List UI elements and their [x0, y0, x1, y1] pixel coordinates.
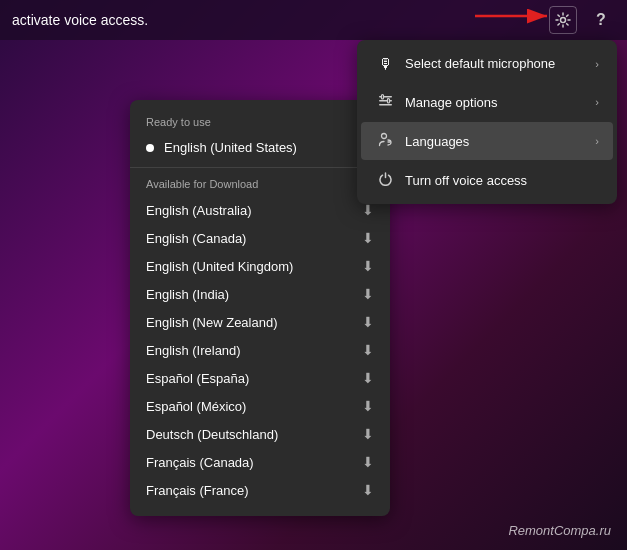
list-item[interactable]: English (Canada) ⬇ — [130, 224, 390, 252]
top-bar-title: activate voice access. — [12, 12, 549, 28]
power-svg-icon — [378, 171, 393, 186]
microphone-icon: 🎙 — [375, 55, 395, 72]
languages-icon — [375, 132, 395, 150]
chevron-right-icon: › — [595, 96, 599, 108]
manage-icon — [375, 93, 395, 111]
person-speak-icon — [378, 132, 393, 147]
settings-button[interactable] — [549, 6, 577, 34]
menu-item-label: Languages — [405, 134, 585, 149]
menu-item-manage[interactable]: Manage options › — [361, 83, 613, 121]
sliders-icon — [378, 93, 393, 108]
languages-panel: Ready to use English (United States) Ava… — [130, 100, 390, 516]
menu-item-turn-off[interactable]: Turn off voice access — [361, 161, 613, 199]
lang-name: English (New Zealand) — [146, 315, 362, 330]
list-item[interactable]: Français (Canada) ⬇ — [130, 448, 390, 476]
download-label: Available for Download — [130, 174, 390, 196]
svg-point-2 — [561, 18, 566, 23]
ready-label: Ready to use — [130, 112, 390, 134]
lang-name: English (Australia) — [146, 203, 362, 218]
lang-name: English (Canada) — [146, 231, 362, 246]
download-icon: ⬇ — [362, 370, 374, 386]
lang-name: English (United Kingdom) — [146, 259, 362, 274]
gear-icon — [555, 12, 571, 28]
lang-item-ready-us[interactable]: English (United States) — [130, 134, 390, 161]
list-item[interactable]: Deutsch (Deutschland) ⬇ — [130, 420, 390, 448]
watermark: RemontCompa.ru — [508, 523, 611, 538]
help-button[interactable]: ? — [587, 6, 615, 34]
bullet-indicator — [146, 144, 154, 152]
list-item[interactable]: Español (España) ⬇ — [130, 364, 390, 392]
download-icon: ⬇ — [362, 454, 374, 470]
svg-rect-7 — [387, 99, 389, 104]
download-icon: ⬇ — [362, 426, 374, 442]
content-area: Ready to use English (United States) Ava… — [0, 40, 627, 550]
lang-name: English (Ireland) — [146, 343, 362, 358]
download-icon: ⬇ — [362, 202, 374, 218]
list-item[interactable]: English (United Kingdom) ⬇ — [130, 252, 390, 280]
menu-item-microphone[interactable]: 🎙 Select default microphone › — [361, 45, 613, 82]
help-icon: ? — [596, 11, 606, 29]
list-item[interactable]: English (Australia) ⬇ — [130, 196, 390, 224]
download-icon: ⬇ — [362, 230, 374, 246]
menu-item-label: Manage options — [405, 95, 585, 110]
download-icon: ⬇ — [362, 342, 374, 358]
power-icon — [375, 171, 395, 189]
lang-name: Español (España) — [146, 371, 362, 386]
menu-item-label: Select default microphone — [405, 56, 585, 71]
list-item[interactable]: Español (México) ⬇ — [130, 392, 390, 420]
lang-name: English (India) — [146, 287, 362, 302]
download-icon: ⬇ — [362, 398, 374, 414]
menu-item-languages[interactable]: Languages › — [361, 122, 613, 160]
menu-item-label: Turn off voice access — [405, 173, 599, 188]
lang-name: Español (México) — [146, 399, 362, 414]
chevron-right-icon: › — [595, 58, 599, 70]
svg-rect-6 — [381, 95, 383, 100]
download-icon: ⬇ — [362, 286, 374, 302]
download-icon: ⬇ — [362, 314, 374, 330]
top-bar-icons: ? — [549, 6, 615, 34]
list-item[interactable]: English (India) ⬇ — [130, 280, 390, 308]
chevron-right-icon: › — [595, 135, 599, 147]
lang-name: Deutsch (Deutschland) — [146, 427, 362, 442]
svg-rect-5 — [379, 104, 392, 106]
top-bar: activate voice access. ? — [0, 0, 627, 40]
download-icon: ⬇ — [362, 482, 374, 498]
lang-name: English (United States) — [164, 140, 374, 155]
svg-point-8 — [381, 134, 386, 139]
list-item[interactable]: English (Ireland) ⬇ — [130, 336, 390, 364]
main-menu: 🎙 Select default microphone › Manage opt… — [357, 40, 617, 204]
download-icon: ⬇ — [362, 258, 374, 274]
lang-name: Français (Canada) — [146, 455, 362, 470]
list-item[interactable]: Français (France) ⬇ — [130, 476, 390, 504]
lang-name: Français (France) — [146, 483, 362, 498]
divider — [130, 167, 390, 168]
list-item[interactable]: English (New Zealand) ⬇ — [130, 308, 390, 336]
